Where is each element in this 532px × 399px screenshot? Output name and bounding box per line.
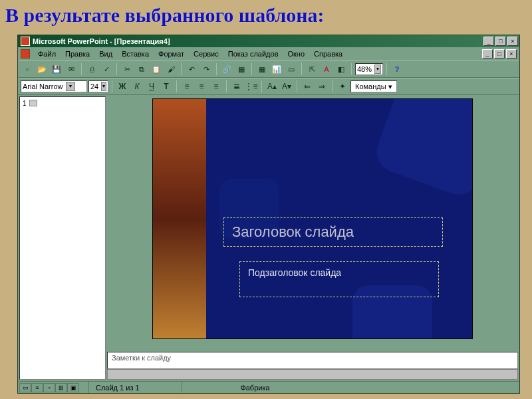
table-icon[interactable]: ▦ xyxy=(255,63,269,76)
cut-icon[interactable]: ✂ xyxy=(120,63,134,76)
slide-canvas[interactable]: Заголовок слайда Подзаголовок слайда xyxy=(153,99,472,338)
separator xyxy=(112,80,112,92)
menu-edit[interactable]: Правка xyxy=(61,49,94,59)
minimize-button[interactable]: _ xyxy=(483,37,494,46)
doc-close-button[interactable]: × xyxy=(506,49,517,59)
web-toolbar-icon[interactable]: ▦ xyxy=(235,63,248,76)
font-combo[interactable]: Arial Narrow ▾ xyxy=(21,80,87,92)
app-icon xyxy=(21,37,30,46)
doc-minimize-button[interactable]: _ xyxy=(482,49,493,59)
menu-tools[interactable]: Сервис xyxy=(190,49,223,59)
align-right-icon[interactable]: ≡ xyxy=(209,80,223,93)
format-painter-icon[interactable]: 🖌 xyxy=(164,63,178,76)
shadow-button[interactable]: Т xyxy=(160,80,173,93)
italic-button[interactable]: К xyxy=(130,80,144,93)
notes-pane[interactable]: Заметки к слайду xyxy=(107,352,518,369)
separator xyxy=(332,80,332,92)
separator xyxy=(261,80,262,92)
separator xyxy=(116,63,117,75)
hyperlink-icon[interactable]: 🔗 xyxy=(220,63,233,76)
email-icon[interactable]: ✉ xyxy=(65,63,78,76)
standard-toolbar: ▫ 📂 💾 ✉ ⎙ ✓ ✂ ⧉ 📋 🖌 ↶ ↷ 🔗 ▦ ▦ 📊 ▭ ⇱ A xyxy=(18,61,519,78)
page-heading: В результате выбранного шаблона: xyxy=(0,0,532,33)
menubar: Файл Правка Вид Вставка Формат Сервис По… xyxy=(18,47,519,61)
outline-view-button[interactable]: ≡ xyxy=(31,383,43,392)
outline-pane[interactable]: 1 xyxy=(19,96,106,380)
dropdown-arrow-icon[interactable]: ▾ xyxy=(101,82,106,91)
subtitle-placeholder[interactable]: Подзаголовок слайда xyxy=(239,261,439,297)
commands-menu[interactable]: Команды ▾ xyxy=(350,80,397,92)
increase-font-icon[interactable]: A▴ xyxy=(265,80,279,93)
slide-pane-wrap: Заголовок слайда Подзаголовок слайда Зам… xyxy=(107,96,518,380)
document-icon[interactable] xyxy=(21,49,30,59)
menu-window[interactable]: Окно xyxy=(284,49,309,59)
slide-view-button[interactable]: ▫ xyxy=(43,383,55,392)
separator xyxy=(226,80,227,92)
separator xyxy=(181,63,182,75)
fontsize-combo[interactable]: 24 ▾ xyxy=(88,80,108,92)
slideshow-button[interactable]: ▣ xyxy=(67,383,79,392)
menu-help[interactable]: Справка xyxy=(310,49,346,59)
font-name: Arial Narrow xyxy=(23,82,63,90)
spellcheck-icon[interactable]: ✓ xyxy=(100,63,113,76)
titlebar: Microsoft PowerPoint - [Презентация4] _ … xyxy=(18,35,519,47)
normal-view-button[interactable]: ▭ xyxy=(19,383,31,392)
slide-number: 1 xyxy=(23,100,27,107)
separator xyxy=(386,63,387,75)
numbering-icon[interactable]: ≣ xyxy=(230,80,243,93)
slide-icon xyxy=(29,100,37,106)
demote-icon[interactable]: ⇒ xyxy=(315,80,329,93)
expand-icon[interactable]: ⇱ xyxy=(305,63,319,76)
save-icon[interactable]: 💾 xyxy=(50,63,63,76)
undo-icon[interactable]: ↶ xyxy=(185,63,198,76)
new-slide-icon[interactable]: ▭ xyxy=(285,63,298,76)
separator xyxy=(351,63,352,75)
align-left-icon[interactable]: ≡ xyxy=(180,80,194,93)
powerpoint-window: Microsoft PowerPoint - [Презентация4] _ … xyxy=(17,35,520,394)
underline-button[interactable]: Ч xyxy=(145,80,158,93)
separator xyxy=(301,63,302,75)
menu-view[interactable]: Вид xyxy=(95,49,116,59)
window-title: Microsoft PowerPoint - [Презентация4] xyxy=(33,37,483,45)
open-icon[interactable]: 📂 xyxy=(35,63,49,76)
paste-icon[interactable]: 📋 xyxy=(150,63,163,76)
redo-icon[interactable]: ↷ xyxy=(200,63,213,76)
zoom-combo[interactable]: 48% ▾ xyxy=(355,63,383,75)
dropdown-arrow-icon[interactable]: ▾ xyxy=(66,82,75,91)
bold-button[interactable]: Ж xyxy=(116,80,129,93)
promote-icon[interactable]: ⇐ xyxy=(301,80,314,93)
menu-file[interactable]: Файл xyxy=(34,49,60,59)
close-button[interactable]: × xyxy=(507,37,518,46)
zoom-value: 48% xyxy=(357,65,372,73)
template-accent xyxy=(153,99,206,338)
bullets-icon[interactable]: ⋮≡ xyxy=(245,80,258,93)
dropdown-arrow-icon[interactable]: ▾ xyxy=(374,65,381,74)
separator xyxy=(81,63,82,75)
new-icon[interactable]: ▫ xyxy=(21,63,34,76)
menu-slideshow[interactable]: Показ слайдов xyxy=(224,49,283,59)
chart-icon[interactable]: 📊 xyxy=(270,63,283,76)
gear-decor-icon xyxy=(370,99,472,201)
statusbar: ▭ ≡ ▫ ⊞ ▣ Слайд 1 из 1 Фабрика xyxy=(18,381,519,393)
slide-viewport[interactable]: Заголовок слайда Подзаголовок слайда xyxy=(107,96,518,352)
show-format-icon[interactable]: A xyxy=(320,63,333,76)
help-icon[interactable]: ? xyxy=(390,63,404,76)
copy-icon[interactable]: ⧉ xyxy=(135,63,148,76)
print-icon[interactable]: ⎙ xyxy=(85,63,98,76)
menu-insert[interactable]: Вставка xyxy=(118,49,153,59)
decrease-font-icon[interactable]: A▾ xyxy=(280,80,293,93)
sorter-view-button[interactable]: ⊞ xyxy=(55,383,67,392)
separator xyxy=(251,63,252,75)
menu-format[interactable]: Формат xyxy=(154,49,188,59)
title-placeholder[interactable]: Заголовок слайда xyxy=(223,217,443,247)
align-center-icon[interactable]: ≡ xyxy=(195,80,208,93)
font-size: 24 xyxy=(90,82,98,90)
maximize-button[interactable]: □ xyxy=(495,37,506,46)
grayscale-icon[interactable]: ◧ xyxy=(334,63,348,76)
separator xyxy=(176,80,177,92)
doc-maximize-button[interactable]: □ xyxy=(494,49,505,59)
horizontal-scrollbar[interactable] xyxy=(107,369,518,380)
status-slide: Слайд 1 из 1 xyxy=(88,382,182,393)
animation-icon[interactable]: ✦ xyxy=(336,80,349,93)
formatting-toolbar: Arial Narrow ▾ 24 ▾ Ж К Ч Т ≡ ≡ ≡ ≣ ⋮≡ A… xyxy=(18,78,519,95)
